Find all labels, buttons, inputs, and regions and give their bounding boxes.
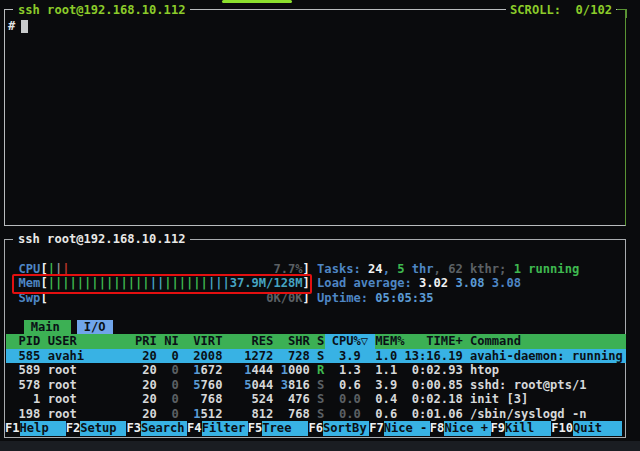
- fkey-f6[interactable]: F6SortBy: [308, 421, 369, 436]
- process-row-589[interactable]: 589 root 20 0 1672 1444 1000 R 1.3 1.1 0…: [4, 363, 499, 378]
- process-row-585[interactable]: 585 avahi 20 0 2008 1272 728 S 3.9 1.0 1…: [4, 349, 623, 364]
- fkey-f10[interactable]: F10Quit: [551, 421, 622, 436]
- fkey-f9[interactable]: F9Kill: [491, 421, 552, 436]
- top-pane-title: ssh root@192.168.10.112: [13, 4, 190, 17]
- fkey-action-label: Quit: [573, 421, 622, 436]
- fkey-key-label: F7: [369, 421, 384, 436]
- fkey-key-label: F1: [5, 421, 20, 436]
- fkey-key-label: F5: [248, 421, 263, 436]
- fkey-action-label: Nice +: [444, 421, 490, 436]
- fkey-f2[interactable]: F2Setup: [66, 421, 127, 436]
- fkey-key-label: F8: [430, 421, 445, 436]
- fkey-action-label: Tree: [262, 421, 308, 436]
- scroll-indicator: SCROLL: 0/102: [506, 4, 616, 17]
- bottom-pane-title: ssh root@192.168.10.112: [13, 233, 190, 246]
- fkey-f7[interactable]: F7Nice -: [369, 421, 430, 436]
- fkey-f5[interactable]: F5Tree: [248, 421, 309, 436]
- fkey-action-label: Kill: [505, 421, 551, 436]
- fkey-key-label: F2: [66, 421, 81, 436]
- tab-io[interactable]: I/O: [77, 320, 113, 335]
- terminal-cursor: [21, 20, 28, 33]
- top-terminal-pane[interactable]: [4, 9, 626, 226]
- process-row-1[interactable]: 1 root 20 0 768 524 476 S 0.0 0.4 0:02.1…: [4, 392, 528, 407]
- fkey-key-label: F6: [308, 421, 323, 436]
- fkey-action-label: Filter: [202, 421, 248, 436]
- mem-highlight-annotation: [12, 274, 312, 294]
- tab-main[interactable]: Main: [24, 320, 71, 335]
- terminal-screen: { "terminal": { "bg": "#0a0b0d", "below_…: [0, 0, 640, 451]
- fkey-action-label: Search: [141, 421, 187, 436]
- fkey-f4[interactable]: F4Filter: [187, 421, 248, 436]
- fkey-action-label: Setup: [80, 421, 126, 436]
- fkey-action-label: Help: [20, 421, 66, 436]
- fkey-key-label: F10: [551, 421, 573, 436]
- fkey-key-label: F4: [187, 421, 202, 436]
- table-header-row[interactable]: PID USER PRI NI VIRT RES SHR S CPU%▽ MEM…: [4, 334, 521, 349]
- process-row-198[interactable]: 198 root 20 0 1512 812 768 S 0.0 0.6 0:0…: [4, 407, 587, 422]
- below-frame-area: [0, 441, 640, 451]
- top-progress-segment: [222, 0, 292, 3]
- function-key-bar: F1HelpF2SetupF3SearchF4FilterF5TreeF6Sor…: [5, 421, 622, 436]
- fkey-f3[interactable]: F3Search: [126, 421, 187, 436]
- fkey-f1[interactable]: F1Help: [5, 421, 66, 436]
- fkey-key-label: F9: [491, 421, 506, 436]
- fkey-action-label: SortBy: [323, 421, 369, 436]
- fkey-f8[interactable]: F8Nice +: [430, 421, 491, 436]
- shell-prompt[interactable]: #: [8, 19, 15, 33]
- top-pane-corner-accent: [617, 9, 627, 18]
- fkey-action-label: Nice -: [384, 421, 430, 436]
- fkey-key-label: F3: [126, 421, 141, 436]
- process-row-578[interactable]: 578 root 20 0 5760 5044 3816 S 0.6 3.9 0…: [4, 378, 587, 393]
